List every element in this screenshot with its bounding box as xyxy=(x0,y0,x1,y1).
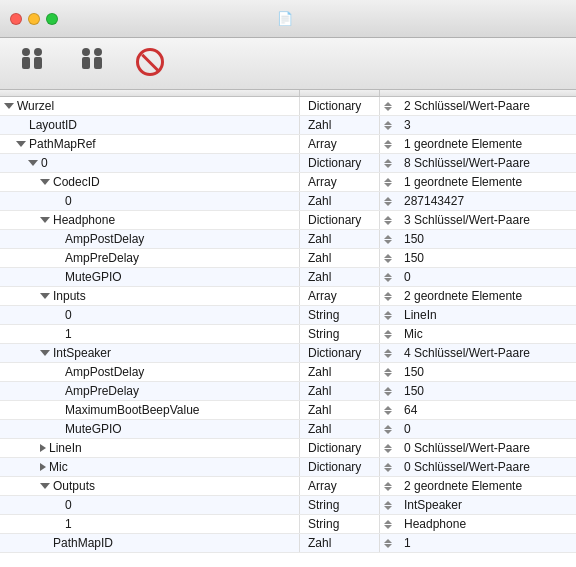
row-wert-cell[interactable]: 2 geordnete Elemente xyxy=(380,477,576,495)
value-stepper[interactable] xyxy=(384,425,396,434)
value-stepper[interactable] xyxy=(384,235,396,244)
value-stepper[interactable] xyxy=(384,539,396,548)
row-wert-cell[interactable]: 4 Schlüssel/Wert-Paare xyxy=(380,344,576,362)
table-row[interactable]: HeadphoneDictionary3 Schlüssel/Wert-Paar… xyxy=(0,211,576,230)
collapse-icon[interactable] xyxy=(16,141,26,147)
table-row[interactable]: OutputsArray2 geordnete Elemente xyxy=(0,477,576,496)
stepper-down-button[interactable] xyxy=(384,221,392,225)
collapse-icon[interactable] xyxy=(4,103,14,109)
stepper-up-button[interactable] xyxy=(384,311,392,315)
stepper-down-button[interactable] xyxy=(384,316,392,320)
row-wert-cell[interactable]: 1 geordnete Elemente xyxy=(380,135,576,153)
stepper-up-button[interactable] xyxy=(384,216,392,220)
table-row[interactable]: 0Zahl287143427 xyxy=(0,192,576,211)
stepper-down-button[interactable] xyxy=(384,449,392,453)
row-wert-cell[interactable]: 0 Schlüssel/Wert-Paare xyxy=(380,458,576,476)
stepper-up-button[interactable] xyxy=(384,121,392,125)
table-row[interactable]: MicDictionary0 Schlüssel/Wert-Paare xyxy=(0,458,576,477)
stepper-up-button[interactable] xyxy=(384,406,392,410)
stepper-up-button[interactable] xyxy=(384,235,392,239)
stepper-up-button[interactable] xyxy=(384,292,392,296)
stepper-down-button[interactable] xyxy=(384,202,392,206)
row-wert-cell[interactable]: 8 Schlüssel/Wert-Paare xyxy=(380,154,576,172)
value-stepper[interactable] xyxy=(384,159,396,168)
stepper-down-button[interactable] xyxy=(384,297,392,301)
new-sibling-element-button[interactable] xyxy=(76,45,108,82)
table-row[interactable]: 1StringHeadphone xyxy=(0,515,576,534)
stepper-up-button[interactable] xyxy=(384,330,392,334)
collapse-icon[interactable] xyxy=(28,160,38,166)
table-row[interactable]: MuteGPIOZahl0 xyxy=(0,268,576,287)
row-wert-cell[interactable]: Headphone xyxy=(380,515,576,533)
value-stepper[interactable] xyxy=(384,463,396,472)
minimize-button[interactable] xyxy=(28,13,40,25)
stepper-up-button[interactable] xyxy=(384,463,392,467)
table-row[interactable]: AmpPreDelayZahl150 xyxy=(0,249,576,268)
row-wert-cell[interactable]: 1 geordnete Elemente xyxy=(380,173,576,191)
stepper-down-button[interactable] xyxy=(384,107,392,111)
table-row[interactable]: 0Dictionary8 Schlüssel/Wert-Paare xyxy=(0,154,576,173)
stepper-down-button[interactable] xyxy=(384,240,392,244)
stepper-up-button[interactable] xyxy=(384,159,392,163)
table-row[interactable]: AmpPreDelayZahl150 xyxy=(0,382,576,401)
table-row[interactable]: WurzelDictionary2 Schlüssel/Wert-Paare xyxy=(0,97,576,116)
stepper-down-button[interactable] xyxy=(384,373,392,377)
stepper-down-button[interactable] xyxy=(384,468,392,472)
value-stepper[interactable] xyxy=(384,311,396,320)
value-stepper[interactable] xyxy=(384,406,396,415)
table-row[interactable]: CodecIDArray1 geordnete Elemente xyxy=(0,173,576,192)
stepper-up-button[interactable] xyxy=(384,197,392,201)
value-stepper[interactable] xyxy=(384,292,396,301)
row-wert-cell[interactable]: 2 Schlüssel/Wert-Paare xyxy=(380,97,576,115)
stepper-up-button[interactable] xyxy=(384,520,392,524)
stepper-up-button[interactable] xyxy=(384,425,392,429)
row-wert-cell[interactable]: 2 geordnete Elemente xyxy=(380,287,576,305)
stepper-up-button[interactable] xyxy=(384,254,392,258)
stepper-up-button[interactable] xyxy=(384,178,392,182)
value-stepper[interactable] xyxy=(384,140,396,149)
row-wert-cell[interactable]: 64 xyxy=(380,401,576,419)
table-row[interactable]: MuteGPIOZahl0 xyxy=(0,420,576,439)
maximize-button[interactable] xyxy=(46,13,58,25)
property-table-container[interactable]: WurzelDictionary2 Schlüssel/Wert-PaareLa… xyxy=(0,90,576,567)
stepper-down-button[interactable] xyxy=(384,259,392,263)
stepper-down-button[interactable] xyxy=(384,335,392,339)
stepper-down-button[interactable] xyxy=(384,544,392,548)
row-wert-cell[interactable]: IntSpeaker xyxy=(380,496,576,514)
collapse-icon[interactable] xyxy=(40,179,50,185)
row-wert-cell[interactable]: 1 xyxy=(380,534,576,552)
stepper-down-button[interactable] xyxy=(384,126,392,130)
value-stepper[interactable] xyxy=(384,387,396,396)
expand-icon[interactable] xyxy=(40,463,46,471)
table-row[interactable]: AmpPostDelayZahl150 xyxy=(0,363,576,382)
row-wert-cell[interactable]: 150 xyxy=(380,249,576,267)
stepper-down-button[interactable] xyxy=(384,506,392,510)
value-stepper[interactable] xyxy=(384,273,396,282)
table-row[interactable]: LayoutIDZahl3 xyxy=(0,116,576,135)
value-stepper[interactable] xyxy=(384,482,396,491)
row-wert-cell[interactable]: 150 xyxy=(380,230,576,248)
stepper-up-button[interactable] xyxy=(384,539,392,543)
stepper-up-button[interactable] xyxy=(384,102,392,106)
row-wert-cell[interactable]: 0 Schlüssel/Wert-Paare xyxy=(380,439,576,457)
value-stepper[interactable] xyxy=(384,178,396,187)
stepper-down-button[interactable] xyxy=(384,183,392,187)
stepper-down-button[interactable] xyxy=(384,525,392,529)
row-wert-cell[interactable]: 0 xyxy=(380,420,576,438)
delete-button[interactable] xyxy=(136,48,164,79)
value-stepper[interactable] xyxy=(384,121,396,130)
collapse-icon[interactable] xyxy=(40,483,50,489)
table-row[interactable]: LineInDictionary0 Schlüssel/Wert-Paare xyxy=(0,439,576,458)
stepper-down-button[interactable] xyxy=(384,145,392,149)
value-stepper[interactable] xyxy=(384,349,396,358)
row-wert-cell[interactable]: 150 xyxy=(380,363,576,381)
value-stepper[interactable] xyxy=(384,501,396,510)
value-stepper[interactable] xyxy=(384,520,396,529)
value-stepper[interactable] xyxy=(384,197,396,206)
value-stepper[interactable] xyxy=(384,368,396,377)
collapse-icon[interactable] xyxy=(40,217,50,223)
value-stepper[interactable] xyxy=(384,254,396,263)
row-wert-cell[interactable]: LineIn xyxy=(380,306,576,324)
collapse-icon[interactable] xyxy=(40,350,50,356)
value-stepper[interactable] xyxy=(384,216,396,225)
